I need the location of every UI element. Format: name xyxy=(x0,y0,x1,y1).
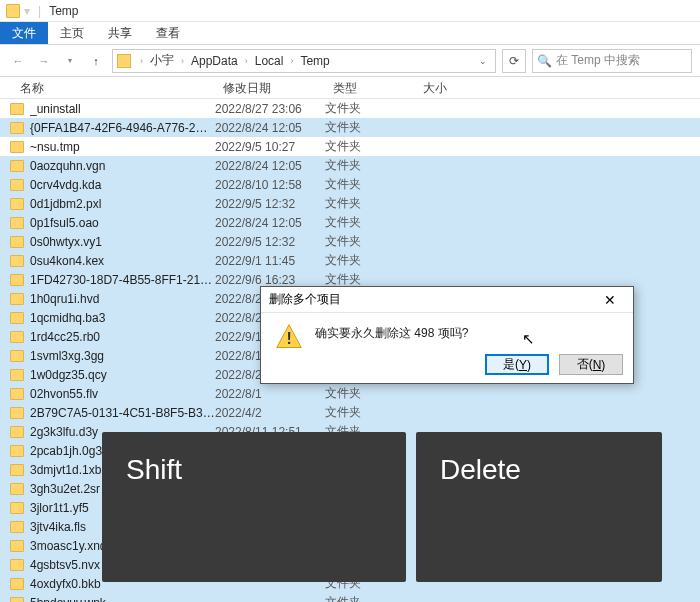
file-date: 2022/4/2 xyxy=(215,406,325,420)
file-date: 2022/8/24 12:05 xyxy=(215,121,325,135)
file-name: 0d1jdbm2.pxl xyxy=(30,197,215,211)
folder-icon xyxy=(6,4,20,18)
nav-up[interactable]: ↑ xyxy=(86,51,106,71)
file-type: 文件夹 xyxy=(325,119,415,136)
folder-icon xyxy=(10,597,24,603)
nav-recent-dropdown[interactable]: ▾ xyxy=(60,51,80,71)
folder-icon xyxy=(117,54,131,68)
folder-icon xyxy=(10,160,24,172)
delete-dialog: 删除多个项目 ✕ ! 确实要永久删除这 498 项吗? 是(Y) 否(N) xyxy=(260,286,634,384)
chevron-right-icon[interactable]: › xyxy=(242,56,251,66)
file-name: 0s0hwtyx.vy1 xyxy=(30,235,215,249)
dialog-message: 确实要永久删除这 498 项吗? xyxy=(315,323,468,342)
close-button[interactable]: ✕ xyxy=(595,292,625,308)
folder-icon xyxy=(10,217,24,229)
qat-sep: ▾ xyxy=(24,4,30,18)
table-row[interactable]: 0crv4vdg.kda2022/8/10 12:58文件夹 xyxy=(0,175,700,194)
file-name: 1rd4cc25.rb0 xyxy=(30,330,215,344)
search-input[interactable]: 🔍 在 Temp 中搜索 xyxy=(532,49,692,73)
file-type: 文件夹 xyxy=(325,138,415,155)
nav-forward[interactable]: → xyxy=(34,51,54,71)
table-row[interactable]: 02hvon55.flv2022/8/1文件夹 xyxy=(0,384,700,403)
folder-icon xyxy=(10,274,24,286)
table-row[interactable]: ~nsu.tmp2022/9/5 10:27文件夹 xyxy=(0,137,700,156)
titlebar: ▾ | Temp xyxy=(0,0,700,22)
yes-button[interactable]: 是(Y) xyxy=(485,354,549,375)
refresh-button[interactable]: ⟳ xyxy=(502,49,526,73)
table-row[interactable]: 2B79C7A5-0131-4C51-B8F5-B3EA469...2022/4… xyxy=(0,403,700,422)
chevron-right-icon[interactable]: › xyxy=(137,56,146,66)
file-name: 0aozquhn.vgn xyxy=(30,159,215,173)
folder-icon xyxy=(10,331,24,343)
folder-icon xyxy=(10,350,24,362)
file-name: 1svml3xg.3gg xyxy=(30,349,215,363)
file-type: 文件夹 xyxy=(325,233,415,250)
table-row[interactable]: 0su4kon4.kex2022/9/1 11:45文件夹 xyxy=(0,251,700,270)
file-date: 2022/8/24 12:05 xyxy=(215,216,325,230)
file-name: 1h0qru1i.hvd xyxy=(30,292,215,306)
crumb-2[interactable]: Local xyxy=(253,54,286,68)
file-name: ~nsu.tmp xyxy=(30,140,215,154)
crumb-3[interactable]: Temp xyxy=(298,54,331,68)
folder-icon xyxy=(10,141,24,153)
folder-icon xyxy=(10,426,24,438)
col-type[interactable]: 类型 xyxy=(325,77,415,98)
file-date: 2022/9/5 12:32 xyxy=(215,235,325,249)
folder-icon xyxy=(10,103,24,115)
warning-icon: ! xyxy=(275,323,303,351)
folder-icon xyxy=(10,255,24,267)
col-date[interactable]: 修改日期 xyxy=(215,77,325,98)
crumb-0[interactable]: 小宇 xyxy=(148,52,176,69)
tab-home[interactable]: 主页 xyxy=(48,22,96,44)
folder-icon xyxy=(10,312,24,324)
folder-icon xyxy=(10,388,24,400)
col-size[interactable]: 大小 xyxy=(415,77,475,98)
file-type: 文件夹 xyxy=(325,594,415,602)
tab-share[interactable]: 共享 xyxy=(96,22,144,44)
table-row[interactable]: 0d1jdbm2.pxl2022/9/5 12:32文件夹 xyxy=(0,194,700,213)
file-name: 1qcmidhq.ba3 xyxy=(30,311,215,325)
ribbon-tabs: 文件 主页 共享 查看 xyxy=(0,22,700,45)
chevron-right-icon[interactable]: › xyxy=(178,56,187,66)
file-name: 2B79C7A5-0131-4C51-B8F5-B3EA469... xyxy=(30,406,215,420)
dialog-titlebar: 删除多个项目 ✕ xyxy=(261,287,633,313)
file-name: 0su4kon4.kex xyxy=(30,254,215,268)
svg-text:!: ! xyxy=(286,330,291,347)
address-dropdown[interactable]: ⌄ xyxy=(475,56,491,66)
search-icon: 🔍 xyxy=(537,54,552,68)
file-date: 2022/8/1 xyxy=(215,387,325,401)
table-row[interactable]: 0aozquhn.vgn2022/8/24 12:05文件夹 xyxy=(0,156,700,175)
file-date: 2022/8/24 12:05 xyxy=(215,159,325,173)
folder-icon xyxy=(10,464,24,476)
no-button[interactable]: 否(N) xyxy=(559,354,623,375)
file-name: 0crv4vdg.kda xyxy=(30,178,215,192)
file-name: 1FD42730-18D7-4B55-8FF1-21CB1C9... xyxy=(30,273,215,287)
file-type: 文件夹 xyxy=(325,195,415,212)
addressbar[interactable]: › 小宇 › AppData › Local › Temp ⌄ xyxy=(112,49,496,73)
file-name: 02hvon55.flv xyxy=(30,387,215,401)
search-placeholder: 在 Temp 中搜索 xyxy=(556,52,640,69)
crumb-1[interactable]: AppData xyxy=(189,54,240,68)
chevron-right-icon[interactable]: › xyxy=(287,56,296,66)
folder-icon xyxy=(10,540,24,552)
dialog-title-text: 删除多个项目 xyxy=(269,291,341,308)
folder-icon xyxy=(10,122,24,134)
file-date: 2022/8/27 23:06 xyxy=(215,102,325,116)
title-separator: | xyxy=(38,4,41,18)
file-date: 2022/8/10 12:58 xyxy=(215,178,325,192)
file-type: 文件夹 xyxy=(325,404,415,421)
table-row[interactable]: {0FFA1B47-42F6-4946-A776-2CA55EC...2022/… xyxy=(0,118,700,137)
table-row[interactable]: _uninstall2022/8/27 23:06文件夹 xyxy=(0,99,700,118)
file-date: 2022/9/5 12:32 xyxy=(215,197,325,211)
tab-view[interactable]: 查看 xyxy=(144,22,192,44)
tab-file[interactable]: 文件 xyxy=(0,22,48,44)
nav-back[interactable]: ← xyxy=(8,51,28,71)
navbar: ← → ▾ ↑ › 小宇 › AppData › Local › Temp ⌄ … xyxy=(0,45,700,77)
table-row[interactable]: 0s0hwtyx.vy12022/9/5 12:32文件夹 xyxy=(0,232,700,251)
file-type: 文件夹 xyxy=(325,157,415,174)
folder-icon xyxy=(10,521,24,533)
folder-icon xyxy=(10,483,24,495)
table-row[interactable]: 5bndevuv.wnk文件夹 xyxy=(0,593,700,602)
col-name[interactable]: 名称 xyxy=(0,77,215,98)
table-row[interactable]: 0p1fsul5.oao2022/8/24 12:05文件夹 xyxy=(0,213,700,232)
